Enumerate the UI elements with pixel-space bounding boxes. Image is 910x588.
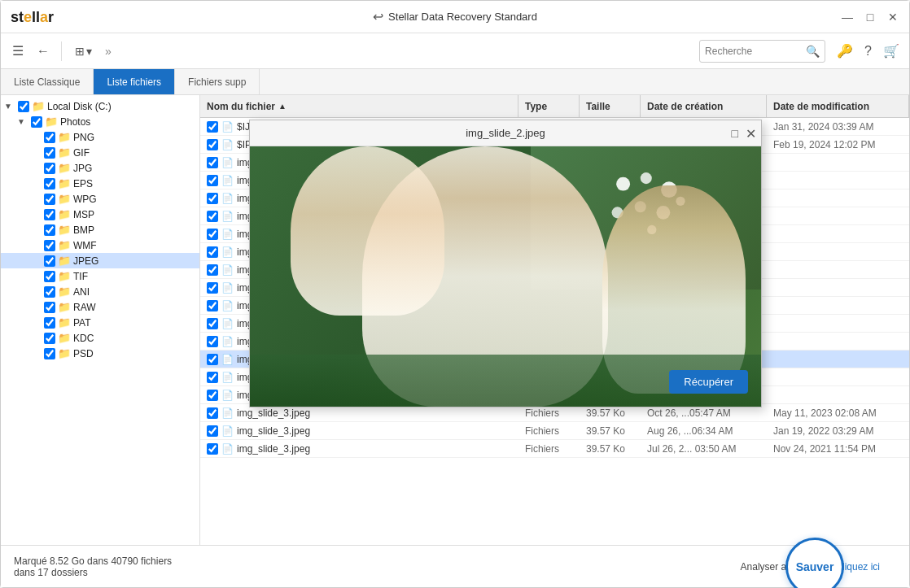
- restore-button[interactable]: □: [862, 9, 878, 25]
- png-checkbox[interactable]: [44, 132, 55, 143]
- table-row[interactable]: 📄 img_slide_3.jpeg Fichiers 39.57 Ko Jul…: [200, 440, 909, 458]
- raw-checkbox[interactable]: [44, 302, 55, 313]
- sidebar-item-wpg[interactable]: 📁 WPG: [1, 191, 199, 207]
- sidebar-item-ani[interactable]: 📁 ANI: [1, 284, 199, 299]
- recover-button[interactable]: Récupérer: [669, 370, 748, 394]
- photos-checkbox[interactable]: [31, 116, 42, 128]
- file-checkbox[interactable]: [207, 425, 218, 437]
- file-checkbox[interactable]: [207, 336, 218, 347]
- folder-icon: 📁: [58, 239, 71, 251]
- gif-checkbox[interactable]: [44, 147, 55, 159]
- file-checkbox[interactable]: [207, 372, 218, 383]
- grid-view-button[interactable]: ⊞ ▾: [68, 41, 98, 61]
- psd-checkbox[interactable]: [44, 348, 55, 359]
- preview-title: img_slide_2.jpeg: [466, 127, 545, 139]
- folder-icon: 📁: [58, 193, 71, 205]
- file-checkbox[interactable]: [207, 318, 218, 329]
- file-icon: 📄: [221, 443, 234, 455]
- header-modified[interactable]: Date de modification: [767, 95, 909, 117]
- msp-checkbox[interactable]: [44, 209, 55, 220]
- file-icon: 📄: [221, 229, 234, 240]
- file-name-cell: 📄 img_slide_3.jpeg: [200, 443, 518, 455]
- pat-checkbox[interactable]: [44, 317, 55, 329]
- sidebar-item-psd[interactable]: 📁 PSD: [1, 346, 199, 361]
- file-checkbox[interactable]: [207, 211, 218, 222]
- file-icon: 📄: [221, 139, 234, 150]
- sidebar-item-bmp[interactable]: 📁 BMP: [1, 222, 199, 237]
- back-button[interactable]: ←: [32, 41, 55, 62]
- key-button[interactable]: 🔑: [833, 40, 856, 62]
- tif-checkbox[interactable]: [44, 271, 55, 282]
- bmp-checkbox[interactable]: [44, 224, 55, 236]
- file-modified-cell: Jan 19, 2022 03:29 AM: [767, 425, 909, 437]
- tab-classique[interactable]: Liste Classique: [1, 69, 94, 94]
- kdc-checkbox[interactable]: [44, 333, 55, 344]
- tab-supp[interactable]: Fichiers supp: [175, 69, 260, 94]
- help-button[interactable]: ?: [861, 41, 875, 62]
- header-filename[interactable]: Nom du fichier ▲: [200, 95, 518, 117]
- search-button[interactable]: 🔍: [806, 45, 820, 58]
- preview-close-button[interactable]: ✕: [746, 125, 756, 141]
- save-button[interactable]: Sauver: [785, 538, 844, 589]
- sidebar-item-tif[interactable]: 📁 TIF: [1, 268, 199, 284]
- folder-icon: 📁: [58, 177, 71, 189]
- file-checkbox[interactable]: [207, 354, 218, 365]
- file-checkbox[interactable]: [207, 139, 218, 150]
- sidebar-item-pat[interactable]: 📁 PAT: [1, 315, 199, 330]
- table-row[interactable]: 📄 img_slide_3.jpeg Fichiers 39.57 Ko Aug…: [200, 422, 909, 440]
- local-disk-checkbox[interactable]: [18, 101, 29, 112]
- jpg-checkbox[interactable]: [44, 163, 55, 174]
- file-checkbox[interactable]: [207, 390, 218, 401]
- sidebar-item-photos[interactable]: 📁 Photos: [1, 114, 199, 129]
- sidebar-item-jpg[interactable]: 📁 JPG: [1, 160, 199, 176]
- grid-icon: ⊞: [75, 45, 85, 58]
- sidebar-item-gif[interactable]: 📁 GIF: [1, 145, 199, 160]
- preview-restore-button[interactable]: □: [732, 127, 738, 140]
- wpg-checkbox[interactable]: [44, 194, 55, 205]
- file-checkbox[interactable]: [207, 193, 218, 204]
- recover-area: Récupérer: [669, 370, 748, 394]
- header-size[interactable]: Taille: [580, 95, 641, 117]
- sidebar-item-local-disk[interactable]: 📁 Local Disk (C:): [1, 98, 199, 114]
- jpeg-checkbox[interactable]: [44, 255, 55, 267]
- sidebar-item-kdc[interactable]: 📁 KDC: [1, 330, 199, 346]
- search-input[interactable]: [705, 46, 803, 57]
- file-checkbox[interactable]: [207, 443, 218, 455]
- sidebar-item-eps[interactable]: 📁 EPS: [1, 176, 199, 191]
- file-checkbox[interactable]: [207, 282, 218, 294]
- file-icon: 📄: [221, 372, 234, 383]
- file-checkbox[interactable]: [207, 157, 218, 168]
- file-checkbox[interactable]: [207, 407, 218, 419]
- file-checkbox[interactable]: [207, 246, 218, 258]
- msp-label: MSP: [73, 209, 94, 220]
- minimize-button[interactable]: —: [839, 9, 855, 25]
- sidebar-item-wmf[interactable]: 📁 WMF: [1, 237, 199, 253]
- sidebar-item-raw[interactable]: 📁 RAW: [1, 299, 199, 315]
- header-created[interactable]: Date de création: [641, 95, 767, 117]
- photos-label: Photos: [60, 116, 90, 128]
- sidebar-item-jpeg[interactable]: 📁 JPEG: [1, 253, 199, 268]
- file-checkbox[interactable]: [207, 264, 218, 276]
- file-checkbox[interactable]: [207, 300, 218, 311]
- cart-button[interactable]: 🛒: [880, 40, 903, 62]
- sidebar-item-png[interactable]: 📁 PNG: [1, 129, 199, 145]
- file-checkbox[interactable]: [207, 175, 218, 186]
- close-button[interactable]: ✕: [885, 9, 901, 25]
- wpg-label: WPG: [73, 194, 97, 205]
- folder-icon: 📁: [58, 347, 71, 359]
- expand-arrow-icon: [17, 117, 28, 126]
- file-checkbox[interactable]: [207, 121, 218, 133]
- file-name-cell: 📄 img_slide_3.jpeg: [200, 407, 518, 419]
- tab-fichiers[interactable]: Liste fichiers: [94, 69, 175, 94]
- menu-button[interactable]: ☰: [7, 40, 28, 62]
- wmf-checkbox[interactable]: [44, 240, 55, 251]
- preview-modal: img_slide_2.jpeg □ ✕: [249, 120, 762, 407]
- file-checkbox[interactable]: [207, 229, 218, 240]
- file-created-cell: Oct 26, ...05:47 AM: [641, 407, 767, 419]
- file-name: img_slide_3.jpeg: [237, 443, 310, 455]
- eps-checkbox[interactable]: [44, 178, 55, 189]
- gif-label: GIF: [73, 147, 90, 159]
- sidebar-item-msp[interactable]: 📁 MSP: [1, 207, 199, 222]
- header-type[interactable]: Type: [518, 95, 580, 117]
- ani-checkbox[interactable]: [44, 286, 55, 298]
